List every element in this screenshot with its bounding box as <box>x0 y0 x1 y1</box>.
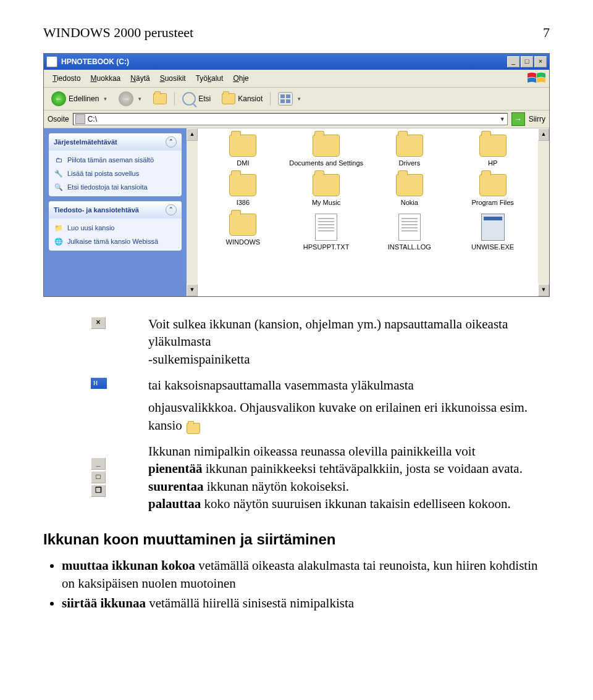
p3b: pienentää <box>148 461 203 476</box>
go-button[interactable]: → <box>511 112 525 126</box>
system-tasks-header[interactable]: Järjestelmätehtävät⌃ <box>49 133 182 151</box>
go-label: Siirry <box>529 115 545 123</box>
file-item[interactable]: UNWISE.EXE <box>453 214 532 251</box>
file-label: Program Files <box>471 199 513 206</box>
file-label: Documents and Settings <box>289 159 363 167</box>
file-label: Nokia <box>401 199 418 206</box>
p1b: -sulkemispainiketta <box>148 352 250 367</box>
folder-icon <box>313 174 340 196</box>
p2c: kansio <box>148 418 182 433</box>
bullet-resize: muuttaa ikkunan kokoa vetämällä oikeasta… <box>62 557 550 592</box>
main-scrollbar[interactable]: ▲▼ <box>538 128 549 296</box>
windows-flag-icon <box>527 71 545 86</box>
menu-tiedosto[interactable]: Tiedosto <box>48 73 86 84</box>
file-item[interactable]: DMI <box>204 135 282 167</box>
folder-icon <box>229 214 256 236</box>
file-label: DMI <box>237 159 249 167</box>
title-bar[interactable]: HPNOTEBOOK (C:) _ □ × <box>44 54 549 70</box>
menu-tyokalut[interactable]: Työkalut <box>191 73 229 84</box>
control-menu-icon: H <box>91 378 107 389</box>
file-grid: DMIDocuments and SettingsDriversHPI386My… <box>198 128 538 296</box>
minimize-button[interactable]: _ <box>507 56 519 67</box>
menu-ohje[interactable]: Ohje <box>228 73 253 84</box>
close-button[interactable]: × <box>534 56 547 67</box>
file-item[interactable]: Nokia <box>371 174 449 206</box>
doc-title: WINDOWS 2000 perusteet <box>43 25 193 41</box>
folder-icon <box>479 174 507 196</box>
task-search-files[interactable]: 🔍Etsi tiedostoja tai kansioita <box>54 180 177 194</box>
address-label: Osoite <box>48 115 69 123</box>
file-item[interactable]: Drivers <box>371 135 449 167</box>
folders-button[interactable]: Kansiot <box>218 92 266 106</box>
document-icon <box>315 214 337 241</box>
p2b: ohjausvalikkkoa. Ohjausvalikon kuvake on… <box>148 400 528 415</box>
drive-icon <box>46 56 57 67</box>
side-scrollbar[interactable]: ▲▼ <box>187 128 198 296</box>
file-item[interactable]: Documents and Settings <box>287 135 366 167</box>
file-item[interactable]: My Music <box>287 174 366 206</box>
page-number: 7 <box>543 25 550 41</box>
p1a: Voit sulkea ikkunan (kansion, ohjelman y… <box>148 317 508 349</box>
toolbar: ←Edellinen▼ →▼ Etsi Kansiot ▼ <box>44 88 549 110</box>
maximize-icon: □ <box>91 471 106 483</box>
menu-nayta[interactable]: Näytä <box>125 73 154 84</box>
task-hide-drive[interactable]: 🗀Piilota tämän aseman sisältö <box>54 153 177 167</box>
p5b: palauttaa <box>148 496 201 511</box>
document-icon <box>398 214 421 241</box>
file-label: Drivers <box>398 159 420 167</box>
bullet-move: siirtää ikkunaa vetämällä hiirellä sinis… <box>62 594 550 612</box>
folder-icon <box>396 174 423 196</box>
file-label: My Music <box>312 199 340 206</box>
folder-icon <box>229 135 256 157</box>
file-item[interactable]: Program Files <box>453 174 532 206</box>
p4b: suurentaa <box>148 479 203 494</box>
folder-icon <box>313 135 340 157</box>
task-publish[interactable]: 🌐Julkaise tämä kansio Webissä <box>54 235 177 248</box>
up-button[interactable] <box>149 92 170 106</box>
file-item[interactable]: INSTALL.LOG <box>371 214 449 251</box>
drive-small-icon <box>75 114 85 124</box>
folder-icon <box>229 174 256 196</box>
forward-button[interactable]: →▼ <box>115 90 146 107</box>
window-title: HPNOTEBOOK (C:) <box>61 57 506 66</box>
file-item[interactable]: WINDOWS <box>204 214 282 251</box>
p2a: tai kaksoisnapsauttamalla vasemmasta ylä… <box>148 378 414 393</box>
file-label: HP <box>488 159 497 167</box>
p3c: ikkunan painikkeeksi tehtäväpalkkiin, jo… <box>203 461 523 476</box>
search-button[interactable]: Etsi <box>179 91 214 107</box>
file-item[interactable]: I386 <box>204 174 282 206</box>
restore-icon: ❐ <box>91 485 106 497</box>
file-label: HPSUPPT.TXT <box>303 243 350 251</box>
back-button[interactable]: ←Edellinen▼ <box>48 90 111 107</box>
p4c: ikkunan näytön kokoiseksi. <box>203 479 349 494</box>
task-pane: Järjestelmätehtävät⌃ 🗀Piilota tämän asem… <box>44 128 187 296</box>
close-icon: × <box>91 317 106 329</box>
folder-icon <box>187 421 200 432</box>
file-label: INSTALL.LOG <box>388 243 431 251</box>
folder-icon <box>479 135 507 157</box>
exe-icon <box>481 214 505 241</box>
p5c: koko näytön suuruisen ikkunan takaisin e… <box>201 496 511 511</box>
collapse-icon[interactable]: ⌃ <box>166 136 177 148</box>
view-button[interactable]: ▼ <box>274 91 305 107</box>
address-path: C:\ <box>88 115 97 123</box>
address-field[interactable]: C:\ ▼ <box>73 113 508 125</box>
address-bar: Osoite C:\ ▼ → Siirry <box>44 110 549 128</box>
file-tasks-header[interactable]: Tiedosto- ja kansiotehtävä⌃ <box>49 201 182 219</box>
file-item[interactable]: HPSUPPT.TXT <box>287 214 366 251</box>
explorer-window: HPNOTEBOOK (C:) _ □ × Tiedosto Muokkaa N… <box>43 53 550 297</box>
file-label: UNWISE.EXE <box>471 243 514 251</box>
menu-muokkaa[interactable]: Muokkaa <box>86 73 126 84</box>
file-label: WINDOWS <box>226 238 261 246</box>
file-item[interactable]: HP <box>453 135 532 167</box>
minimize-icon: _ <box>91 457 106 470</box>
menu-suosikit[interactable]: Suosikit <box>155 73 191 84</box>
task-new-folder[interactable]: 📁Luo uusi kansio <box>54 221 177 235</box>
task-add-remove[interactable]: 🔧Lisää tai poista sovellus <box>54 167 177 180</box>
file-label: I386 <box>237 199 250 206</box>
chevron-down-icon[interactable]: ▼ <box>500 116 505 122</box>
collapse-icon[interactable]: ⌃ <box>166 204 177 215</box>
maximize-button[interactable]: □ <box>521 56 533 67</box>
p3: Ikkunan nimipalkin oikeassa reunassa ole… <box>148 444 476 459</box>
menu-bar: Tiedosto Muokkaa Näytä Suosikit Työkalut… <box>44 70 549 88</box>
